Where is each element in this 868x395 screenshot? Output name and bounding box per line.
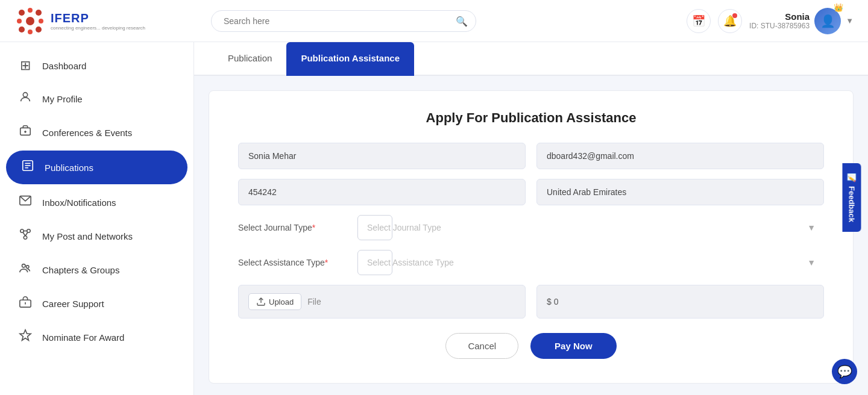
assistance-type-select[interactable] <box>357 250 392 275</box>
svg-point-26 <box>22 264 26 268</box>
sidebar-item-chapters[interactable]: Chapters & Groups <box>0 253 193 287</box>
journal-type-row: Select Journal Type* ▼ Select Journal Ty… <box>238 215 824 240</box>
form-container: Apply For Publication Assistance <box>209 90 854 384</box>
tab-publication[interactable]: Publication <box>213 42 286 76</box>
svg-point-9 <box>26 17 34 25</box>
notification-dot <box>732 13 737 18</box>
sidebar-label-career: Career Support <box>42 299 104 309</box>
upload-icon <box>256 297 266 306</box>
svg-marker-30 <box>20 330 31 340</box>
amount-display: $ 0 <box>536 285 824 319</box>
sidebar-label-publications: Publications <box>45 163 93 173</box>
chat-icon: 💬 <box>837 364 852 379</box>
user-name: Sonia <box>749 11 810 22</box>
sidebar-label-nominate: Nominate For Award <box>42 332 124 343</box>
inbox-icon <box>17 194 34 211</box>
svg-point-5 <box>36 26 42 33</box>
svg-point-6 <box>28 30 33 34</box>
name-field <box>238 143 526 169</box>
publications-icon <box>19 159 36 176</box>
cancel-button[interactable]: Cancel <box>445 333 518 359</box>
user-id: ID: STU-38785963 <box>749 22 810 30</box>
calendar-button[interactable]: 📅 <box>687 9 711 33</box>
feedback-tab[interactable]: 📝 Feedback <box>843 163 861 232</box>
notification-button[interactable]: 🔔 <box>718 9 742 33</box>
app-header: IFERP IFERP connecting engineers... deve… <box>0 0 868 42</box>
header-actions: 📅 🔔 Sonia ID: STU-38785963 👤 👑 ▼ <box>687 8 854 34</box>
journal-type-select[interactable] <box>357 215 392 240</box>
sidebar-label-dashboard: Dashboard <box>42 61 86 71</box>
country-field <box>536 179 824 205</box>
my-post-icon <box>17 228 34 244</box>
sidebar-item-my-profile[interactable]: My Profile <box>0 82 193 116</box>
email-input[interactable] <box>536 143 824 169</box>
search-input[interactable] <box>211 10 476 32</box>
career-icon <box>17 295 34 312</box>
logo-text: IFERP connecting engineers... developing… <box>51 11 145 31</box>
journal-type-select-wrapper: ▼ Select Journal Type <box>357 215 824 240</box>
user-text-block: Sonia ID: STU-38785963 <box>749 11 810 30</box>
sidebar-item-inbox[interactable]: Inbox/Notifications <box>0 185 193 219</box>
form-title: Apply For Publication Assistance <box>238 110 824 126</box>
sidebar-item-my-post[interactable]: My Post and Networks <box>0 219 193 253</box>
name-input[interactable] <box>238 143 526 169</box>
country-input[interactable] <box>536 179 824 205</box>
tabs-bar: Publication Publication Assistance <box>194 42 868 76</box>
logo-area: IFERP IFERP connecting engineers... deve… <box>14 5 201 37</box>
crown-icon: 👑 <box>834 3 843 12</box>
svg-line-24 <box>23 232 25 236</box>
nominate-icon <box>17 329 34 346</box>
sidebar-item-career[interactable]: Career Support <box>0 287 193 320</box>
assistance-type-row: Select Assistance Type* ▼ Select Assista… <box>238 250 824 275</box>
form-row-id-country <box>238 179 824 205</box>
sidebar-item-nominate[interactable]: Nominate For Award <box>0 320 193 354</box>
sidebar-label-chapters: Chapters & Groups <box>42 265 119 275</box>
tab-publication-assistance[interactable]: Publication Assistance <box>286 42 414 76</box>
user-profile[interactable]: Sonia ID: STU-38785963 👤 👑 ▼ <box>749 8 854 34</box>
svg-point-7 <box>19 26 25 33</box>
svg-point-11 <box>23 93 27 97</box>
journal-type-label: Select Journal Type* <box>238 223 347 232</box>
content-area: Publication Publication Assistance Apply… <box>194 42 868 395</box>
svg-point-21 <box>27 229 31 233</box>
sidebar-item-dashboard[interactable]: ⊞ Dashboard <box>0 49 193 82</box>
svg-point-22 <box>24 236 27 240</box>
sidebar-label-my-post: My Post and Networks <box>42 231 133 241</box>
journal-type-chevron-icon: ▼ <box>807 223 816 232</box>
sidebar-label-conferences: Conferences & Events <box>42 128 132 138</box>
svg-point-8 <box>17 19 22 23</box>
svg-point-1 <box>19 10 25 16</box>
svg-point-27 <box>26 266 29 269</box>
assistance-type-select-wrapper: ▼ Select Assistance Type <box>357 250 824 275</box>
svg-point-2 <box>28 8 33 13</box>
email-field <box>536 143 824 169</box>
profile-icon <box>17 90 34 107</box>
amount-value: $ 0 <box>547 297 558 306</box>
svg-line-25 <box>25 232 28 236</box>
search-icon[interactable]: 🔍 <box>456 15 468 26</box>
chapters-icon <box>17 261 34 278</box>
sidebar: ⊞ Dashboard My Profile Conferences & Eve… <box>0 42 194 395</box>
upload-btn-label: Upload <box>269 297 294 306</box>
chat-bubble-button[interactable]: 💬 <box>832 359 857 384</box>
sidebar-label-my-profile: My Profile <box>42 94 83 104</box>
form-actions: Cancel Pay Now <box>238 333 824 359</box>
upload-button[interactable]: Upload <box>248 293 301 310</box>
dashboard-icon: ⊞ <box>17 58 34 73</box>
pay-now-button[interactable]: Pay Now <box>530 333 617 359</box>
svg-point-20 <box>20 229 24 233</box>
search-bar: 🔍 <box>211 10 476 32</box>
sidebar-item-publications[interactable]: Publications <box>6 151 187 184</box>
file-label: File <box>307 297 321 306</box>
member-id-field <box>238 179 526 205</box>
conferences-icon <box>17 124 34 141</box>
svg-point-4 <box>39 19 43 23</box>
assistance-type-label: Select Assistance Type* <box>238 258 347 267</box>
member-id-input[interactable] <box>238 179 526 205</box>
main-layout: ⊞ Dashboard My Profile Conferences & Eve… <box>0 42 868 395</box>
upload-box[interactable]: Upload File <box>238 285 526 319</box>
avatar: 👤 👑 <box>814 8 841 34</box>
svg-point-3 <box>36 10 42 16</box>
sidebar-label-inbox: Inbox/Notifications <box>42 198 116 208</box>
sidebar-item-conferences[interactable]: Conferences & Events <box>0 116 193 149</box>
